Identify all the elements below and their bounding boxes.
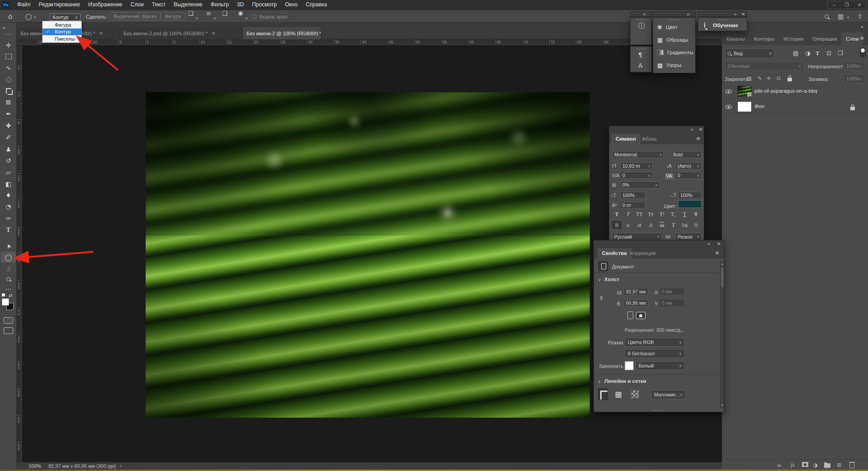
filter-type-icon[interactable]: T (816, 50, 820, 57)
tsume-select[interactable]: 0%∨ (620, 181, 660, 188)
eyedropper-tool-icon[interactable]: ✒ (1, 108, 16, 119)
toggle-transparency-icon[interactable] (631, 390, 639, 398)
opacity-value[interactable]: 100%∨ (843, 61, 865, 71)
lock-artboard-icon[interactable]: ⊡ (777, 75, 781, 81)
align-edges-checkbox[interactable] (252, 14, 256, 19)
dock-tab-История[interactable]: История (779, 33, 808, 45)
filter-smart-object-icon[interactable]: ❒ (838, 50, 843, 57)
minimize-button[interactable]: – (828, 1, 840, 9)
canvas-fill-swatch[interactable] (625, 361, 634, 370)
new-layer-icon[interactable]: ⊞ (837, 462, 841, 468)
tab-character[interactable]: Символ (611, 134, 640, 144)
color-mode-select[interactable]: Цвета RGB∨ (625, 338, 685, 347)
restore-button[interactable]: ❐ (840, 1, 853, 9)
format-button-3[interactable]: Tт (646, 210, 655, 218)
path-alignment-icon[interactable]: ≡ (206, 10, 211, 17)
feature-button-1[interactable]: o (623, 221, 633, 229)
tab-adjustments[interactable]: Коррекция (626, 248, 660, 259)
gradient-tool-icon[interactable]: ◧ (1, 179, 16, 189)
foreground-color-swatch[interactable] (2, 298, 9, 306)
format-button-0[interactable]: T (612, 210, 621, 218)
menu-item-9[interactable]: Окно (281, 0, 302, 10)
ellipse-tool-icon[interactable]: ◯ (1, 252, 16, 263)
panel-item-2[interactable]: Градиенты (653, 48, 695, 57)
mask-button[interactable]: Маска (137, 12, 161, 20)
layer-name[interactable]: Фон (754, 104, 764, 109)
frame-tool-icon[interactable]: ⊠ (1, 97, 16, 108)
learn-panel[interactable]: Обучение (698, 17, 747, 31)
gear-icon[interactable]: ✺ (238, 10, 243, 17)
filter-shape-icon[interactable]: ⊡ (826, 50, 831, 57)
chevron-down-icon[interactable]: ∨ (598, 278, 601, 282)
collapse-icon[interactable]: » (734, 12, 737, 17)
leading-select[interactable]: (Авто)∨ (675, 162, 702, 170)
feature-button-3[interactable]: A (646, 221, 655, 229)
y-field[interactable]: 0 мм (659, 299, 684, 306)
filter-toggle-switch[interactable] (860, 47, 866, 58)
hand-tool-icon[interactable]: ☝ (1, 264, 16, 274)
ellipse-tool-preview-icon[interactable]: ◯ (25, 13, 32, 20)
font-size-select[interactable]: 10,93 пт∨ (620, 162, 653, 170)
tool-mode-option-1[interactable]: ✓Контур (43, 28, 81, 36)
kerning-select[interactable]: 0∨ (620, 172, 653, 179)
marquee-tool-icon[interactable] (1, 51, 16, 62)
canvas-fill-select[interactable]: Белый∨ (636, 361, 685, 370)
feature-button-5[interactable]: T (669, 221, 678, 229)
document-tab-1[interactable]: Без имени-2.psd @ 100% (RGB/8#) *✕ (120, 27, 243, 39)
tab-paragraph[interactable]: Абзац (637, 134, 661, 144)
height-field[interactable]: 60,96 мм (624, 299, 648, 306)
add-mask-icon[interactable] (802, 462, 808, 468)
filter-image-icon[interactable]: ▤ (793, 50, 798, 57)
feature-button-0[interactable]: fi (612, 221, 621, 229)
eraser-tool-icon[interactable]: ▱ (1, 167, 16, 178)
new-group-icon[interactable] (824, 462, 830, 469)
menu-item-1[interactable]: Редактирование (35, 0, 84, 10)
font-family-select[interactable]: Montserrat∨ (612, 151, 664, 158)
search-icon[interactable] (825, 14, 829, 19)
link-layers-icon[interactable]: ∞ (777, 462, 782, 469)
glyphs-panel-icon[interactable]: A (638, 62, 643, 69)
baseline-shift-field[interactable]: 0 пт (620, 202, 645, 209)
horizontal-scale-field[interactable]: 100% (678, 192, 702, 199)
shape-button[interactable]: Фигура (160, 12, 186, 20)
tool-mode-option-0[interactable]: Фигура (43, 21, 81, 28)
path-selection-tool-icon[interactable]: ➤ (1, 241, 16, 252)
panel-item-0[interactable]: ✾Цвет (653, 23, 695, 31)
zoom-level[interactable]: 100% (28, 463, 41, 469)
menu-item-6[interactable]: Фильтр (207, 0, 233, 10)
dock-tab-Контуры[interactable]: Контуры (749, 33, 779, 45)
document-tab-2[interactable]: Без имени-2 @ 100% (RGB/8#) *✕ (243, 27, 321, 39)
format-button-2[interactable]: TT (635, 210, 644, 218)
info-panel-icon[interactable]: ⓘ (638, 22, 645, 30)
menu-item-8[interactable]: Просмотр (248, 0, 281, 10)
chevron-down-icon[interactable]: ∨ (245, 16, 248, 20)
close-tab-icon[interactable]: ✕ (99, 31, 103, 36)
pen-tool-icon[interactable]: ✑ (1, 213, 16, 224)
close-icon[interactable]: ✕ (741, 12, 745, 17)
feature-button-4[interactable]: aa (657, 221, 667, 229)
dock-tab-Каналы[interactable]: Каналы (722, 33, 749, 45)
menu-item-10[interactable]: Справка (302, 0, 331, 10)
tracking-select[interactable]: 0∨ (675, 172, 702, 179)
panel-item-3[interactable]: ▩Узоры (653, 61, 695, 69)
delete-layer-icon[interactable] (849, 462, 854, 470)
collapse-icon[interactable]: » (643, 12, 646, 17)
close-button[interactable]: ✕ (853, 1, 866, 9)
dodge-tool-icon[interactable]: ◔ (1, 201, 16, 212)
collapse-icon[interactable]: « (707, 241, 710, 246)
layer-thumbnail[interactable] (737, 86, 752, 97)
toggle-rulers-icon[interactable] (598, 388, 608, 400)
feature-button-7[interactable]: ½ (691, 221, 701, 229)
layer-name[interactable]: pile-of-asparagus-on-a-bbq (754, 88, 817, 94)
menu-item-4[interactable]: Текст (148, 0, 170, 10)
panel-scrollbar[interactable]: ▲ ▼ (720, 261, 724, 408)
collapse-icon[interactable]: » (687, 12, 689, 17)
layer-row-0[interactable]: pile-of-asparagus-on-a-bbq (722, 84, 868, 99)
format-button-7[interactable]: Ŧ (691, 210, 701, 218)
swap-colors-icon[interactable]: ⇄ (9, 293, 12, 298)
menu-item-0[interactable]: Файл (13, 0, 35, 10)
format-button-6[interactable]: T (680, 210, 689, 218)
quick-selection-tool-icon[interactable]: ◌ (1, 74, 16, 85)
path-arrangement-icon[interactable]: ❑ (222, 10, 228, 17)
panel-menu-icon[interactable]: ≡ (715, 250, 719, 256)
